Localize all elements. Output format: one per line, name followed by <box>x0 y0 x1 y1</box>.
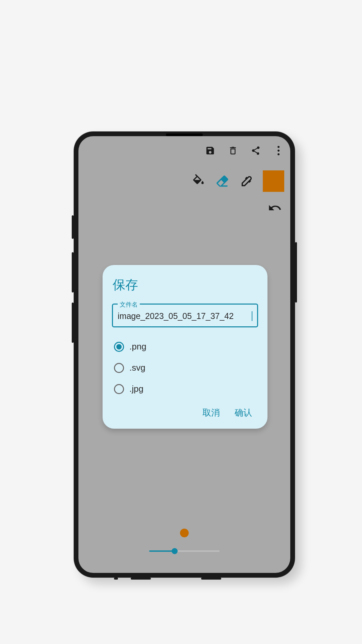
confirm-button[interactable]: 确认 <box>235 407 252 419</box>
format-option-jpg[interactable]: .jpg <box>114 384 258 394</box>
filename-field[interactable]: 文件名 <box>112 304 258 327</box>
cancel-button[interactable]: 取消 <box>202 407 220 419</box>
delete-icon[interactable] <box>227 145 239 156</box>
volume-mute-button <box>72 215 74 239</box>
slider-track-active <box>149 550 174 552</box>
overflow-menu-icon[interactable] <box>273 145 284 156</box>
format-label: .svg <box>129 363 145 373</box>
eyedropper-icon[interactable] <box>239 173 255 189</box>
tool-row <box>190 170 284 192</box>
filename-input[interactable] <box>118 311 252 321</box>
slider-track-inactive <box>174 550 220 552</box>
bottom-port <box>114 578 118 580</box>
dialog-title: 保存 <box>112 276 258 293</box>
brush-preview <box>180 529 189 537</box>
format-label: .png <box>129 341 146 352</box>
phone-frame: 保存 文件名 .png .svg .jp <box>74 131 295 578</box>
volume-up-button <box>72 252 74 292</box>
format-option-png[interactable]: .png <box>114 341 258 352</box>
action-bar <box>204 145 284 156</box>
drawing-app: 保存 文件名 .png .svg .jp <box>78 136 290 573</box>
format-radio-group: .png .svg .jpg <box>112 337 258 404</box>
phone-screen: 保存 文件名 .png .svg .jp <box>78 136 290 573</box>
format-label: .jpg <box>129 384 143 394</box>
radio-icon <box>114 342 124 352</box>
phone-speaker <box>166 133 203 136</box>
bottom-port <box>131 578 151 580</box>
undo-icon[interactable] <box>267 200 283 216</box>
slider-thumb[interactable] <box>172 548 178 554</box>
dialog-actions: 取消 确认 <box>112 404 258 422</box>
share-icon[interactable] <box>250 145 261 156</box>
dot <box>278 150 280 152</box>
radio-icon <box>114 384 124 394</box>
fill-bucket-icon[interactable] <box>190 173 206 189</box>
bottom-port <box>201 578 221 580</box>
filename-label: 文件名 <box>118 301 140 309</box>
power-button <box>295 242 297 303</box>
save-dialog: 保存 文件名 .png .svg .jp <box>103 265 267 429</box>
dot <box>278 146 280 148</box>
format-option-svg[interactable]: .svg <box>114 363 258 373</box>
color-swatch[interactable] <box>263 170 284 192</box>
volume-down-button <box>72 303 74 343</box>
save-icon[interactable] <box>204 145 216 156</box>
dot <box>278 153 280 155</box>
brush-size-slider[interactable] <box>149 547 220 555</box>
eraser-icon[interactable] <box>215 173 231 189</box>
radio-icon <box>114 363 124 373</box>
